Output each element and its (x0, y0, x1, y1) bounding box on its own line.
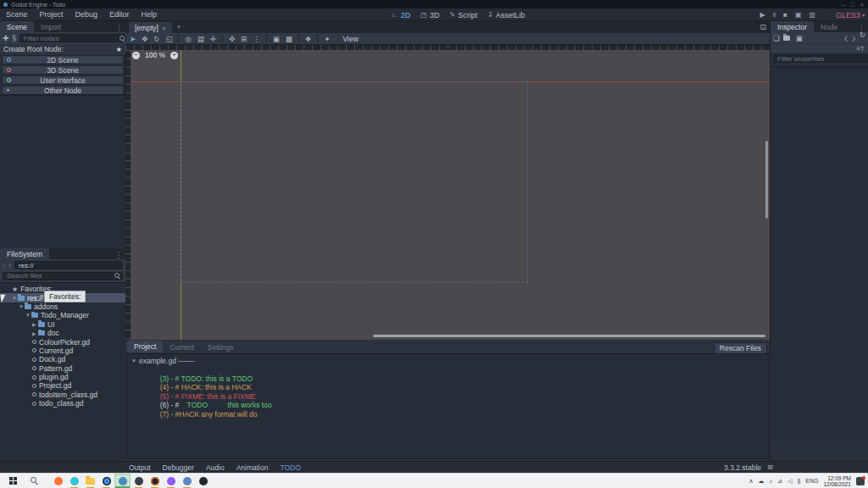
snap-options-icon[interactable]: ⋮ (253, 35, 260, 43)
taskbar-app-teams[interactable] (131, 474, 147, 488)
new-scene-tab-button[interactable]: + (177, 23, 181, 33)
hidden-icons-chevron[interactable]: ∧ (748, 478, 753, 485)
view-menu[interactable]: View (343, 35, 359, 43)
tab-import[interactable]: Import (34, 21, 68, 32)
filter-properties-input[interactable] (773, 54, 868, 63)
tree-row-todoitem-class[interactable]: todoItem_class.gd (0, 391, 125, 399)
chevron-right-icon[interactable]: ▶ (32, 330, 38, 336)
create-3d-scene-button[interactable]: 3D Scene (2, 65, 124, 75)
tab-scene[interactable]: Scene (0, 21, 34, 32)
panel-audio[interactable]: Audio (206, 463, 225, 472)
list-select-icon[interactable]: ◎ (185, 35, 191, 43)
tree-row-pattern[interactable]: Pattern.gd (0, 364, 125, 373)
todo-tab-settings[interactable]: Settings (201, 341, 241, 352)
history-forward-icon[interactable]: › (852, 30, 856, 46)
favorite-star-icon[interactable]: ★ (116, 46, 122, 53)
add-node-icon[interactable]: ✚ (3, 34, 8, 42)
network-icon[interactable]: ⊿ (777, 478, 782, 485)
close-button[interactable]: × (860, 2, 864, 8)
search-files-input[interactable] (3, 272, 123, 280)
create-other-node-button[interactable]: + Other Node (2, 86, 124, 95)
taskbar-app-firefox[interactable] (50, 474, 66, 488)
icon-misc[interactable]: ✦ (324, 35, 330, 43)
panel-animation[interactable]: Animation (236, 463, 269, 472)
taskbar-app-edge[interactable] (66, 474, 82, 488)
path-input[interactable] (14, 261, 123, 269)
clock[interactable]: 12:09 PM 12/08/2021 (823, 475, 851, 487)
dock-options-icon[interactable]: ⋮ (115, 25, 125, 32)
tab-inspector[interactable]: Inspector (771, 21, 814, 32)
menu-project[interactable]: Project (34, 10, 70, 19)
microphone-icon[interactable]: ♪ (770, 478, 773, 484)
taskbar-app-blue[interactable] (179, 474, 195, 488)
close-icon[interactable]: × (162, 25, 166, 32)
play-button[interactable]: ▶ (760, 11, 765, 19)
horizontal-scrollbar[interactable] (373, 335, 765, 337)
pan-tool-icon[interactable]: ▤ (198, 35, 204, 43)
todo-tab-project[interactable]: Project (127, 341, 163, 352)
workspace-2d[interactable]: ∟ 2D (392, 11, 410, 19)
tree-row-todo-class[interactable]: todo_class.gd (0, 399, 125, 408)
panel-output[interactable]: Output (129, 463, 151, 472)
save-resource-icon[interactable]: ▣ (796, 34, 803, 42)
move-tool-icon[interactable]: ✥ (142, 35, 147, 43)
tab-node[interactable]: Node (814, 21, 844, 32)
play-custom-scene-button[interactable]: ▥ (809, 11, 815, 19)
tray-misc-icon[interactable]: § (797, 478, 800, 484)
skeleton-options-icon[interactable]: ❖ (305, 35, 312, 43)
taskbar-app-purple[interactable] (163, 474, 179, 488)
distraction-free-icon[interactable]: ⊡ (760, 23, 766, 31)
create-user-interface-button[interactable]: User Interface (2, 75, 124, 85)
group-object-icon[interactable]: ▩ (286, 35, 292, 43)
taskbar-search-icon[interactable] (31, 477, 38, 485)
workspace-script[interactable]: ✎ Script (449, 11, 477, 19)
chevron-down-icon[interactable]: ▼ (19, 304, 25, 309)
onedrive-icon[interactable]: ☁ (759, 478, 765, 485)
tree-row-plugin[interactable]: plugin.gd (0, 373, 125, 381)
panel-debugger[interactable]: Debugger (163, 463, 194, 472)
renderer-dropdown[interactable]: GLES3 ▾ (836, 8, 865, 21)
tree-row-colourpicker[interactable]: ColourPicker.gd (0, 337, 125, 346)
menu-scene[interactable]: Scene (0, 10, 34, 19)
menu-help[interactable]: Help (136, 10, 164, 19)
rotate-tool-icon[interactable]: ↻ (153, 35, 159, 43)
notification-center-icon[interactable] (856, 477, 865, 485)
menu-editor[interactable]: Editor (103, 10, 136, 19)
start-button[interactable] (5, 474, 20, 488)
language-indicator[interactable]: ENG (805, 478, 818, 484)
volume-icon[interactable]: ◁ (787, 478, 792, 485)
taskbar-app-record[interactable] (147, 474, 163, 488)
chevron-down-icon[interactable]: ▼ (25, 313, 31, 318)
vertical-scrollbar[interactable] (765, 141, 768, 219)
scale-tool-icon[interactable]: ◱ (165, 35, 172, 43)
tree-row-doc[interactable]: ▶ doc (0, 329, 125, 337)
panel-todo[interactable]: TODO (280, 463, 300, 472)
tab-filesystem[interactable]: FileSystem (0, 248, 49, 259)
todo-file-header[interactable]: ▼ example.gd ------- (131, 357, 768, 365)
chevron-down-icon[interactable]: ▼ (12, 296, 18, 301)
instance-scene-icon[interactable]: § (12, 34, 16, 42)
property-tools-icon[interactable]: ≡T (856, 45, 865, 53)
chevron-right-icon[interactable]: ▶ (32, 321, 38, 327)
select-tool-icon[interactable]: ➤ (130, 35, 136, 43)
play-scene-button[interactable]: ▣ (795, 11, 802, 19)
smart-snap-icon[interactable]: ✜ (229, 35, 235, 43)
taskbar-app-dark-blue[interactable] (98, 474, 114, 488)
pause-button[interactable]: ‖ (773, 11, 776, 19)
stop-button[interactable]: ■ (783, 11, 787, 19)
tree-row-ui[interactable]: ▶ UI (0, 320, 125, 329)
object-history-icon[interactable]: ↻ (860, 30, 865, 46)
lock-object-icon[interactable]: ▣ (273, 35, 280, 43)
2d-viewport-canvas[interactable]: − 100 % + (125, 45, 770, 340)
tree-row-current[interactable]: Current.gd (0, 347, 125, 355)
create-2d-scene-button[interactable]: 2D Scene (2, 55, 124, 64)
tree-row-todo-manager[interactable]: ▼ Todo_Manager (0, 311, 125, 319)
history-back-icon[interactable]: ‹ (843, 30, 848, 46)
todo-tab-current[interactable]: Current (163, 341, 200, 352)
zoom-level[interactable]: 100 % (145, 51, 165, 59)
new-resource-icon[interactable]: ❏ (773, 34, 780, 42)
filter-nodes-input[interactable] (19, 34, 128, 42)
dock-options-icon[interactable]: ⋮ (115, 252, 125, 259)
update-spinner-icon[interactable]: ⊞ (767, 463, 773, 471)
taskbar-app-black[interactable] (195, 474, 211, 488)
